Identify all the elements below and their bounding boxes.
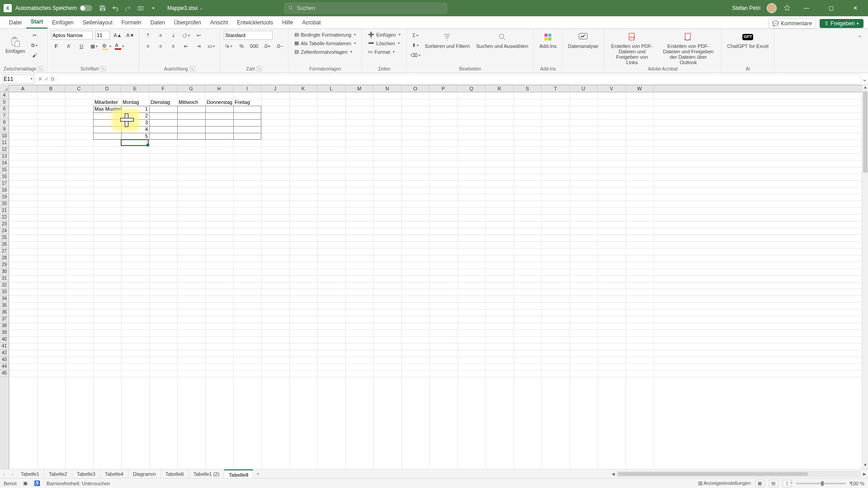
search-box[interactable] [284, 3, 447, 14]
styles-group-label: Formatvorlagen [309, 66, 341, 71]
search-input[interactable] [297, 5, 443, 11]
align-right-icon[interactable]: ≡ [168, 42, 178, 51]
search-icon [288, 5, 294, 11]
autosave-toggle[interactable]: Automatisches Speichern [15, 5, 92, 11]
insert-cells-button[interactable]: ➕Einfügen [366, 31, 402, 38]
align-bottom-icon[interactable]: ⇣ [168, 31, 178, 40]
dialog-launcher-icon[interactable]: ⤡ [38, 66, 43, 71]
comma-style-icon[interactable]: 000 [249, 42, 259, 51]
dialog-launcher-icon[interactable]: ⤡ [100, 66, 106, 71]
filename[interactable]: Mappe3.xlsx ⌄ [167, 5, 203, 11]
cells-group-label: Zellen [378, 66, 390, 71]
tab-ansicht[interactable]: Ansicht [206, 17, 232, 28]
tab-entwicklertools[interactable]: Entwicklertools [232, 17, 278, 28]
chatgpt-button[interactable]: GPT ChatGPT for Excel [725, 31, 770, 50]
addins-button[interactable]: Add-Ins [538, 31, 558, 50]
underline-icon[interactable]: U [76, 42, 86, 51]
tab-seitenlayout[interactable]: Seitenlayout [78, 17, 117, 28]
fill-color-icon[interactable]: ◍ [102, 42, 112, 51]
svg-rect-5 [15, 41, 19, 47]
tab-datei[interactable]: Datei [5, 17, 26, 28]
share-button[interactable]: ⇪ Freigeben ▾ [820, 19, 863, 28]
increase-indent-icon[interactable]: ⇥ [193, 42, 203, 51]
tab-acrobat[interactable]: Acrobat [297, 17, 325, 28]
autosum-icon[interactable]: Σ [410, 31, 420, 40]
group-analysis: Datenanalyse [562, 29, 604, 73]
cell-styles-button[interactable]: ▧Zellenformatvorlagen [292, 48, 358, 56]
font-group-label: Schriftart [80, 66, 99, 71]
tab-einfuegen[interactable]: Einfügen [47, 17, 78, 28]
tab-ueberpruefen[interactable]: Überprüfen [170, 17, 206, 28]
orientation-icon[interactable]: ⭯ [181, 31, 191, 40]
font-size-select[interactable] [95, 31, 110, 40]
tab-start[interactable]: Start [26, 16, 47, 28]
sort-filter-button[interactable]: Sortieren und Filtern [423, 31, 472, 50]
data-analysis-button[interactable]: Datenanalyse [566, 31, 600, 50]
tab-hilfe[interactable]: Hilfe [278, 17, 297, 28]
enter-formula-icon[interactable]: ✓ [44, 76, 49, 82]
avatar[interactable] [767, 3, 777, 13]
align-center-icon[interactable]: ≡ [156, 42, 165, 51]
clear-icon[interactable]: ⌫ [410, 51, 420, 60]
redo-icon[interactable] [124, 4, 132, 12]
chevron-down-icon[interactable]: ▾ [31, 77, 33, 81]
tab-formeln[interactable]: Formeln [117, 17, 146, 28]
ribbon-collapse-icon[interactable]: ⌄ [854, 31, 864, 40]
svg-rect-4 [13, 37, 16, 39]
addins-label: Add-Ins [539, 43, 557, 49]
comments-button[interactable]: 💬 Kommentare [768, 19, 816, 28]
pdf-outlook-button[interactable]: Erstellen von PDF-Dateien und Freigeben … [659, 31, 717, 66]
align-left-icon[interactable]: ≡ [143, 42, 153, 51]
fill-icon[interactable]: ⬇ [410, 41, 420, 50]
conditional-formatting-button[interactable]: ▤Bedingte Formatierung [292, 31, 358, 38]
bold-icon[interactable]: F [51, 42, 61, 51]
align-top-icon[interactable]: ⇡ [143, 31, 153, 40]
clipboard-group-label: Zwischenablage [4, 66, 36, 71]
merge-icon[interactable]: ▭ [206, 42, 216, 51]
pdf-links-button[interactable]: PDF Erstellen von PDF-Dateien und Freige… [608, 31, 656, 66]
maximize-button[interactable]: ▢ [822, 1, 840, 15]
formula-expand-icon[interactable]: ⌄ [861, 75, 868, 83]
border-icon[interactable]: ▦ [89, 42, 99, 51]
undo-icon[interactable] [111, 4, 119, 12]
camera-icon[interactable] [137, 4, 145, 12]
increase-decimal-icon[interactable]: .0+ [262, 42, 272, 51]
find-select-button[interactable]: Suchen und Auswählen [474, 31, 530, 50]
delete-cells-button[interactable]: ➖Löschen [366, 39, 402, 47]
name-box[interactable]: E11 ▾ [2, 75, 34, 84]
decrease-decimal-icon[interactable]: .0− [274, 42, 284, 51]
font-name-select[interactable] [51, 31, 93, 40]
accounting-format-icon[interactable]: ₠ [224, 42, 234, 51]
format-as-table-button[interactable]: ▦Als Tabelle formatieren [292, 39, 358, 47]
group-clipboard: Einfügen ✂ ⧉ 🖌 Zwischenablage⤡ [0, 29, 47, 73]
dialog-launcher-icon[interactable]: ⤡ [190, 66, 195, 71]
align-middle-icon[interactable]: ≡ [156, 31, 165, 40]
decrease-font-icon[interactable]: A▼ [125, 31, 135, 40]
qat-dropdown-icon[interactable]: ▾ [149, 4, 157, 12]
font-color-icon[interactable]: A [114, 42, 124, 51]
minimize-button[interactable]: — [797, 1, 816, 15]
decrease-indent-icon[interactable]: ⇤ [181, 42, 191, 51]
group-number: ₠ % 000 .0+ .0− Zahl⤡ [220, 29, 288, 73]
percent-icon[interactable]: % [236, 42, 246, 51]
fx-icon[interactable]: fx [51, 76, 55, 82]
coming-soon-icon[interactable] [783, 4, 791, 12]
format-painter-icon[interactable]: 🖌 [29, 51, 39, 60]
cancel-formula-icon[interactable]: ✕ [38, 76, 42, 82]
number-format-select[interactable] [224, 31, 273, 40]
cut-icon[interactable]: ✂ [29, 31, 39, 40]
increase-font-icon[interactable]: A▲ [113, 31, 123, 40]
save-icon[interactable] [99, 4, 107, 12]
dialog-launcher-icon[interactable]: ⤡ [257, 66, 262, 71]
formula-input[interactable] [57, 75, 861, 84]
wrap-text-icon[interactable]: ↩ [193, 31, 203, 40]
toggle-switch-icon[interactable] [80, 5, 92, 11]
username-label[interactable]: Stefan Petri [732, 5, 760, 11]
italic-icon[interactable]: K [64, 42, 74, 51]
copy-icon[interactable]: ⧉ [29, 41, 39, 50]
paste-button[interactable]: Einfügen [4, 36, 27, 55]
tab-daten[interactable]: Daten [146, 17, 170, 28]
format-cells-button[interactable]: ▭Format [366, 48, 402, 56]
find-select-label: Suchen und Auswählen [476, 43, 528, 49]
close-button[interactable]: ✕ [846, 1, 864, 15]
